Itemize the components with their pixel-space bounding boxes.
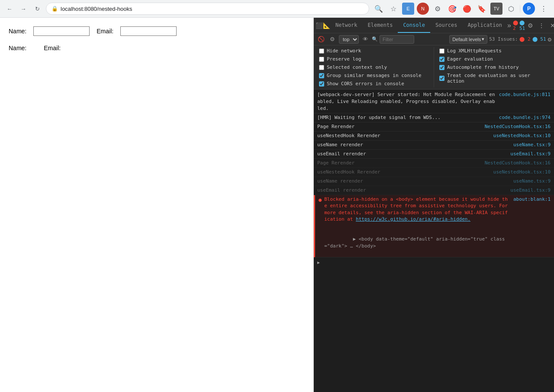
- ext2-button[interactable]: N: [417, 3, 429, 15]
- profile-avatar[interactable]: P: [523, 3, 535, 15]
- autocomplete-checkbox[interactable]: [439, 65, 444, 70]
- eager-eval-checkbox[interactable]: [439, 57, 444, 62]
- treat-code-checkbox[interactable]: [439, 76, 444, 81]
- tab-console[interactable]: Console: [398, 18, 430, 33]
- static-name: Name:: [9, 45, 26, 51]
- separator-div: [520, 4, 520, 13]
- log-entry-prompt: ▶: [314, 257, 554, 267]
- log-entry-username2: useName rerender useName.tsx:9: [314, 177, 554, 186]
- log-text-username1: useName rerender: [317, 141, 510, 148]
- context-select[interactable]: top: [339, 35, 359, 44]
- log-source-usenestedhook1[interactable]: useNestedHook.tsx:10: [493, 132, 551, 139]
- hide-network-checkbox[interactable]: [319, 48, 324, 54]
- ext7-button[interactable]: TV: [490, 3, 502, 15]
- option-cors-errors[interactable]: Show CORS errors in console: [317, 80, 430, 87]
- console-output[interactable]: [webpack-dev-server] Server started: Hot…: [314, 90, 554, 392]
- browser-icons: 🔍 ☆ E N ⚙ 🎯 🔴 🔖 TV ⬡ P ⋮: [373, 3, 550, 15]
- log-source-username1[interactable]: useName.tsx:9: [513, 141, 551, 148]
- devtools-icon-btn1[interactable]: ⬛: [316, 20, 323, 31]
- log-entry-blocked: ● Blocked aria-hidden on a <body> elemen…: [314, 195, 554, 257]
- option-log-xml[interactable]: Log XMLHttpRequests: [438, 47, 551, 55]
- tab-elements[interactable]: Elements: [363, 18, 398, 33]
- option-autocomplete[interactable]: Autocomplete from history: [438, 64, 551, 71]
- filter-input[interactable]: [380, 35, 414, 44]
- selected-context-checkbox[interactable]: [319, 65, 324, 70]
- reload-button[interactable]: ↻: [32, 3, 42, 14]
- issues-badge: ⬤ 2 ⬤ 51: [513, 20, 525, 31]
- main-area: Name: Email: Name: Email: ⬛ 📐 Network El…: [0, 18, 554, 392]
- aria-hidden-link[interactable]: https://w3c.github.io/aria/#aria-hidden.: [356, 216, 470, 222]
- ext1-button[interactable]: E: [402, 3, 414, 15]
- selected-context-label: Selected context only: [327, 64, 387, 70]
- cors-errors-label: Show CORS errors in console: [327, 81, 404, 87]
- option-eager-eval[interactable]: Eager evaluation: [438, 55, 551, 63]
- settings-icons: ⚙ ⋮ ✕: [525, 20, 554, 31]
- log-entry-usenestedhook1: useNestedHook Rerender useNestedHook.tsx…: [314, 132, 554, 141]
- ext3-button[interactable]: ⚙: [432, 3, 444, 15]
- eye-button[interactable]: 👁: [361, 35, 370, 44]
- log-source-page-rerender2[interactable]: NestedCustomHook.tsx:16: [485, 160, 551, 167]
- email-input[interactable]: [120, 26, 177, 36]
- log-xml-checkbox[interactable]: [439, 48, 444, 54]
- back-button[interactable]: ←: [4, 3, 15, 14]
- ext6-button[interactable]: 🔖: [476, 3, 488, 15]
- preserve-log-label: Preserve log: [327, 56, 361, 62]
- form-row: Name: Email:: [9, 26, 305, 36]
- tab-application[interactable]: Application: [463, 18, 507, 33]
- forward-button[interactable]: →: [18, 3, 29, 14]
- log-entry-webpack: [webpack-dev-server] Server started: Hot…: [314, 90, 554, 113]
- log-source-webpack[interactable]: code.bundle.js:811: [499, 91, 551, 98]
- ext5-button[interactable]: 🔴: [461, 3, 473, 15]
- log-source-useemail2[interactable]: useEmail.tsx:9: [510, 187, 551, 194]
- log-source-page-rerender1[interactable]: NestedCustomHook.tsx:16: [485, 123, 551, 130]
- tab-sources[interactable]: Sources: [430, 18, 463, 33]
- name-input[interactable]: [33, 26, 90, 36]
- devtools-icon-btn2[interactable]: 📐: [323, 20, 330, 31]
- close-devtools-button[interactable]: ✕: [548, 20, 554, 31]
- settings-button[interactable]: ⚙: [525, 20, 535, 31]
- ext8-button[interactable]: ⬡: [505, 3, 517, 15]
- clear-console-button[interactable]: 🚫: [316, 35, 326, 44]
- log-source-usenestedhook2[interactable]: useNestedHook.tsx:10: [493, 169, 551, 176]
- log-text-hmr: [HMR] Waiting for update signal from WDS…: [317, 114, 496, 121]
- autocomplete-label: Autocomplete from history: [447, 64, 519, 70]
- cors-errors-checkbox[interactable]: [319, 81, 324, 87]
- levels-dropdown[interactable]: Default levels ▾: [449, 35, 487, 44]
- log-source-hmr[interactable]: code.bundle.js:974: [499, 114, 551, 121]
- address-bar[interactable]: 🔒 localhost:8080/nested-hooks: [46, 3, 369, 15]
- log-text-page-rerender1: Page Rerender: [317, 123, 481, 130]
- preserve-log-checkbox[interactable]: [319, 57, 324, 62]
- console-toolbar: 🚫 ⚙ top 👁 🔍 Default levels ▾ 53 Issues: …: [314, 33, 554, 45]
- options-left: Hide network Preserve log Selected conte…: [317, 47, 430, 87]
- option-selected-context[interactable]: Selected context only: [317, 64, 430, 71]
- static-row: Name: Email:: [9, 45, 305, 51]
- log-source-username2[interactable]: useName.tsx:9: [513, 178, 551, 185]
- url-text: localhost:8080/nested-hooks: [61, 6, 132, 12]
- security-icon: 🔒: [52, 6, 58, 12]
- browser-toolbar: ← → ↻ 🔒 localhost:8080/nested-hooks 🔍 ☆ …: [0, 0, 554, 17]
- log-source-useemail1[interactable]: useEmail.tsx:9: [510, 151, 551, 157]
- log-source-blocked[interactable]: about:blank:1: [513, 196, 551, 203]
- group-similar-label: Group similar messages in console: [327, 73, 422, 78]
- search-button[interactable]: 🔍: [373, 3, 385, 15]
- option-preserve-log[interactable]: Preserve log: [317, 55, 430, 63]
- more-tabs-button[interactable]: »: [507, 20, 511, 31]
- ext4-button[interactable]: 🎯: [446, 3, 458, 15]
- log-text-usenestedhook2: useNestedHook Rerender: [317, 169, 490, 176]
- menu-button[interactable]: ⋮: [538, 3, 550, 15]
- issues-count: 53 Issues: ⬤ 2 ⬤ 51: [489, 36, 546, 42]
- log-xml-label: Log XMLHttpRequests: [447, 48, 502, 54]
- tab-network[interactable]: Network: [330, 18, 363, 33]
- option-hide-network[interactable]: Hide network: [317, 47, 430, 55]
- option-treat-code[interactable]: Treat code evaluation as user action: [438, 72, 551, 85]
- log-entry-username1: useName rerender useName.tsx:9: [314, 141, 554, 150]
- log-entry-useemail1: useEmail rerender useEmail.tsx:9: [314, 150, 554, 159]
- customize-button[interactable]: ⋮: [536, 20, 547, 31]
- issues-blue: ⬤ 51: [519, 20, 525, 31]
- options-separator: [434, 47, 434, 87]
- toolbar-gear-icon[interactable]: ⚙: [548, 36, 551, 43]
- group-similar-checkbox[interactable]: [319, 73, 324, 78]
- console-settings-button[interactable]: ⚙: [328, 35, 337, 44]
- option-group-similar[interactable]: Group similar messages in console: [317, 72, 430, 79]
- bookmark-star-button[interactable]: ☆: [387, 3, 399, 15]
